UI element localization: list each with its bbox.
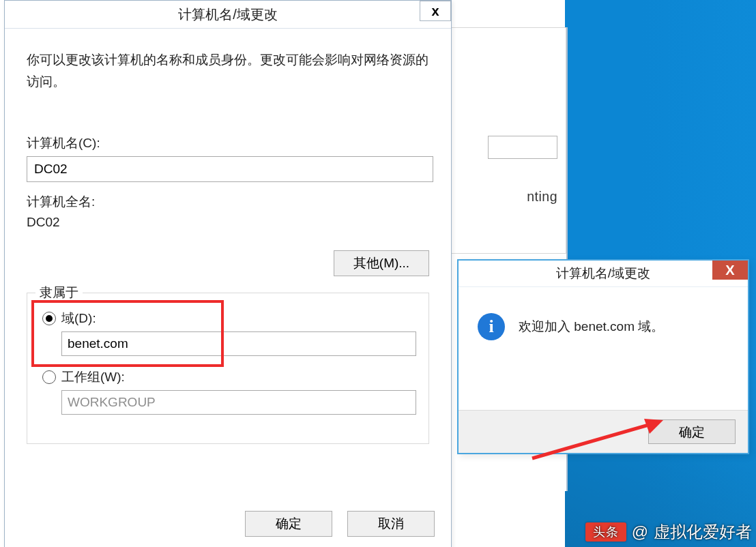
info-icon: i (478, 313, 505, 340)
workgroup-radio-row[interactable]: 工作组(W): (42, 368, 416, 386)
member-of-groupbox: 隶属于 域(D): 工作组(W): (27, 293, 429, 444)
confirm-message: 欢迎加入 benet.com 域。 (519, 318, 664, 336)
watermark-author: 虚拟化爱好者 (654, 521, 752, 543)
watermark-logo: 头条 (585, 522, 626, 542)
parent-text-fragment: nting (527, 189, 557, 205)
watermark-at: @ (632, 522, 648, 542)
parent-input-fragment (488, 136, 557, 159)
computer-name-input[interactable] (27, 156, 433, 182)
ok-button[interactable]: 确定 (245, 511, 332, 537)
confirm-ok-button[interactable]: 确定 (648, 419, 736, 444)
close-icon: X (725, 263, 734, 278)
full-computer-name-value: DC02 (27, 215, 429, 230)
full-computer-name-label: 计算机全名: (27, 193, 429, 211)
close-icon: x (431, 3, 439, 19)
dialog-description: 你可以更改该计算机的名称和成员身份。更改可能会影响对网络资源的访问。 (27, 49, 429, 93)
welcome-domain-confirm-dialog: 计算机名/域更改 X i 欢迎加入 benet.com 域。 确定 (457, 259, 749, 454)
watermark: 头条 @ 虚拟化爱好者 (585, 521, 752, 543)
dialog-title: 计算机名/域更改 (178, 5, 278, 24)
domain-input[interactable] (61, 331, 416, 356)
workgroup-radio[interactable] (42, 370, 56, 384)
computer-name-domain-change-dialog: 计算机名/域更改 x 你可以更改该计算机的名称和成员身份。更改可能会影响对网络资… (4, 0, 452, 547)
domain-radio[interactable] (42, 312, 56, 325)
domain-radio-label: 域(D): (61, 310, 96, 327)
dialog-titlebar[interactable]: 计算机名/域更改 x (5, 1, 451, 29)
computer-name-label: 计算机名(C): (27, 134, 429, 152)
member-of-legend: 隶属于 (35, 284, 83, 301)
cancel-button[interactable]: 取消 (347, 511, 435, 537)
close-button[interactable]: x (420, 1, 451, 21)
confirm-close-button[interactable]: X (712, 261, 748, 280)
workgroup-radio-label: 工作组(W): (61, 368, 125, 386)
domain-radio-row[interactable]: 域(D): (42, 310, 416, 327)
workgroup-input (61, 390, 416, 415)
confirm-titlebar[interactable]: 计算机名/域更改 X (459, 261, 748, 287)
more-button[interactable]: 其他(M)... (334, 250, 429, 276)
confirm-title: 计算机名/域更改 (556, 265, 650, 282)
